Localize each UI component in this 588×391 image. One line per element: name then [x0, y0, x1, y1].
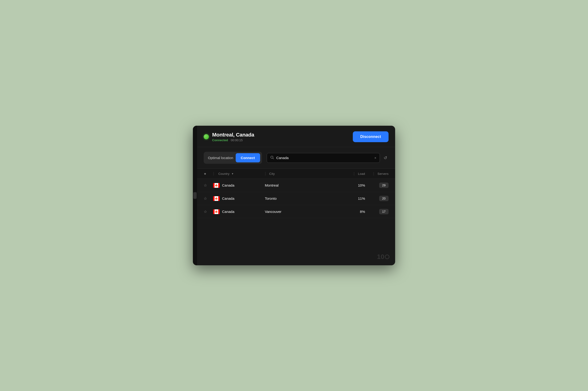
connected-label: Connected — [212, 138, 228, 142]
connection-header: Montreal, Canada Connected 00:00:15 Disc… — [197, 126, 395, 147]
svg-line-1 — [273, 158, 274, 159]
country-column-label: Country — [218, 172, 230, 176]
table-row[interactable]: ☆ 🍁 Canada Montreal 10% 29 — [197, 179, 395, 192]
servers-badge-vancouver: 17 — [379, 209, 389, 214]
sort-icon[interactable]: ▼ — [231, 173, 234, 175]
sidebar-toggle[interactable] — [193, 192, 197, 199]
col-header-star: ★ — [204, 172, 213, 176]
search-clear-icon[interactable]: × — [374, 156, 376, 160]
connection-text: Montreal, Canada Connected 00:00:15 — [212, 132, 254, 142]
col-header-servers: | Servers — [370, 172, 389, 176]
canada-flag-vancouver: 🍁 — [213, 209, 220, 214]
servers-cell-vancouver: 17 — [370, 209, 389, 214]
load-montreal: 10% — [346, 183, 370, 187]
optimal-location-box: Optimal location Connect — [204, 152, 262, 164]
country-cell-vancouver: 🍁 Canada — [213, 209, 265, 214]
status-dot — [204, 134, 209, 139]
search-box[interactable]: × — [267, 153, 380, 163]
refresh-button[interactable]: ↺ — [382, 154, 389, 162]
canada-flag-toronto: 🍁 — [213, 196, 220, 201]
city-column-label: City — [269, 172, 275, 176]
country-cell-montreal: 🍁 Canada — [213, 183, 265, 188]
servers-cell-toronto: 20 — [370, 196, 389, 201]
servers-cell-montreal: 29 — [370, 183, 389, 188]
disconnect-button[interactable]: Disconnect — [353, 131, 389, 142]
favorite-button-montreal[interactable]: ☆ — [204, 183, 213, 188]
search-input[interactable] — [276, 156, 372, 160]
table-header: ★ | Country ▼ | City | Load — [197, 169, 395, 179]
country-cell-toronto: 🍁 Canada — [213, 196, 265, 201]
load-vancouver: 8% — [346, 210, 370, 214]
optimal-location-label: Optimal location — [208, 156, 233, 160]
servers-column-label: Servers — [378, 172, 389, 176]
table-row[interactable]: ☆ 🍁 Canada Vancouver 8% 17 — [197, 205, 395, 218]
favorite-button-vancouver[interactable]: ☆ — [204, 209, 213, 214]
col-header-city: | City — [265, 172, 346, 176]
connect-button[interactable]: Connect — [236, 153, 260, 162]
city-toronto: Toronto — [265, 196, 346, 200]
load-toronto: 11% — [346, 196, 370, 200]
city-vancouver: Vancouver — [265, 210, 346, 214]
col-header-load: | Load — [346, 172, 370, 176]
search-icon — [270, 156, 274, 160]
table-row[interactable]: ☆ 🍁 Canada Toronto 11% 20 — [197, 192, 395, 205]
servers-badge-toronto: 20 — [379, 196, 389, 201]
connection-status-row: Connected 00:00:15 — [212, 138, 254, 142]
connection-timer: 00:00:15 — [231, 138, 243, 142]
main-content: Montreal, Canada Connected 00:00:15 Disc… — [197, 126, 395, 265]
app-window: Montreal, Canada Connected 00:00:15 Disc… — [193, 126, 395, 265]
city-montreal: Montreal — [265, 183, 346, 187]
country-name-montreal: Canada — [222, 183, 235, 187]
empty-space — [197, 218, 395, 265]
load-column-label: Load — [358, 172, 365, 176]
country-name-vancouver: Canada — [222, 210, 235, 214]
connection-location: Montreal, Canada — [212, 132, 254, 138]
country-name-toronto: Canada — [222, 196, 235, 200]
star-column-header: ★ — [204, 172, 206, 176]
servers-badge-montreal: 29 — [379, 183, 389, 188]
canada-flag-montreal: 🍁 — [213, 183, 220, 188]
server-table: ★ | Country ▼ | City | Load — [197, 169, 395, 265]
search-area: × ↺ — [267, 153, 389, 163]
sidebar-strip — [193, 126, 197, 265]
connection-info: Montreal, Canada Connected 00:00:15 — [204, 132, 254, 142]
toolbar: Optimal location Connect × — [197, 147, 395, 169]
favorite-button-toronto[interactable]: ☆ — [204, 196, 213, 201]
desktop-background: Montreal, Canada Connected 00:00:15 Disc… — [0, 0, 588, 391]
col-header-country: | Country ▼ — [213, 172, 265, 176]
